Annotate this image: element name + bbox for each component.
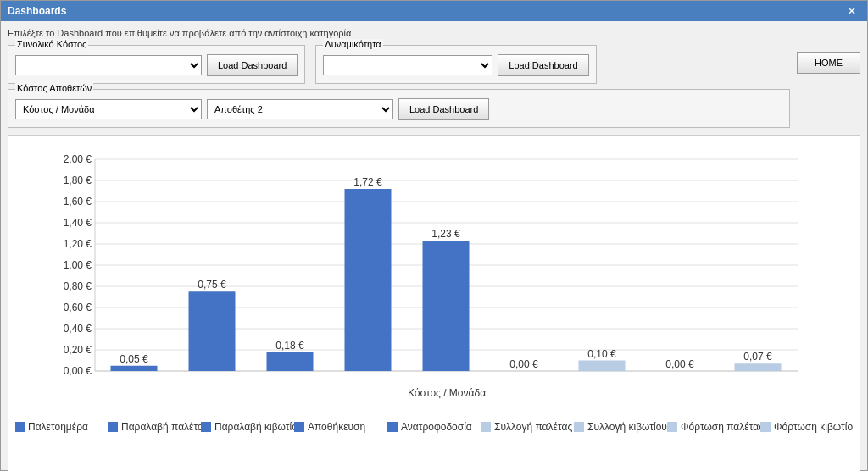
- svg-rect-55: [574, 422, 584, 432]
- warehouse-cost-select1[interactable]: Κόστος / Μονάδα: [15, 99, 202, 119]
- svg-text:0,80 €: 0,80 €: [64, 280, 92, 292]
- instruction-text: Επιλέξτε το Dashboard που επιθυμείτε να …: [8, 28, 860, 38]
- svg-text:1,00 €: 1,00 €: [64, 259, 92, 271]
- svg-text:0,40 €: 0,40 €: [64, 323, 92, 335]
- row1-groups: Συνολικό Κόστος Load Dashboard Δυναμικότ…: [8, 45, 790, 84]
- svg-text:Φόρτωση παλέτας: Φόρτωση παλέτας: [681, 421, 764, 433]
- chart-area: 0,00 €0,20 €0,40 €0,60 €0,80 €1,00 €1,20…: [8, 135, 860, 471]
- svg-rect-43: [15, 422, 25, 432]
- svg-text:1,40 €: 1,40 €: [64, 217, 92, 229]
- main-window: Dashboards ✕ Επιλέξτε το Dashboard που ε…: [0, 0, 868, 471]
- total-cost-row: Load Dashboard: [15, 54, 298, 76]
- svg-rect-32: [423, 241, 470, 371]
- svg-text:0,00 €: 0,00 €: [665, 358, 694, 370]
- svg-rect-24: [111, 366, 158, 371]
- svg-text:0,18 €: 0,18 €: [275, 340, 304, 352]
- svg-rect-28: [267, 352, 314, 372]
- home-section: HOME: [797, 45, 860, 128]
- svg-text:0,75 €: 0,75 €: [198, 279, 226, 291]
- svg-rect-53: [481, 422, 491, 432]
- svg-rect-59: [760, 422, 771, 432]
- svg-text:0,20 €: 0,20 €: [64, 344, 92, 356]
- svg-text:Παλετοημέρα: Παλετοημέρα: [28, 421, 88, 433]
- svg-text:1,80 €: 1,80 €: [64, 175, 92, 186]
- svg-text:1,20 €: 1,20 €: [64, 238, 92, 250]
- svg-text:Αποθήκευση: Αποθήκευση: [308, 421, 365, 433]
- svg-text:Συλλογή παλέτας: Συλλογή παλέτας: [494, 421, 572, 433]
- svg-rect-47: [201, 422, 211, 432]
- svg-text:2,00 €: 2,00 €: [64, 153, 92, 165]
- left-controls: Συνολικό Κόστος Load Dashboard Δυναμικότ…: [8, 45, 790, 128]
- svg-text:Παραλαβή παλέτας: Παραλαβή παλέτας: [121, 421, 209, 433]
- svg-text:1,72 €: 1,72 €: [353, 176, 382, 188]
- svg-rect-30: [345, 189, 392, 371]
- warehouse-cost-label: Κόστος Αποθετών: [15, 83, 93, 93]
- svg-text:Παραλαβή κιβωτίου: Παραλαβή κιβωτίου: [214, 421, 303, 433]
- svg-text:1,23 €: 1,23 €: [431, 228, 460, 240]
- warehouse-cost-group: Κόστος Αποθετών Κόστος / Μονάδα Αποθέτης…: [8, 89, 790, 128]
- total-cost-select[interactable]: [15, 55, 202, 75]
- total-cost-label: Συνολικό Κόστος: [15, 39, 88, 49]
- svg-text:Ανατροφοδοσία: Ανατροφοδοσία: [401, 421, 472, 433]
- svg-text:Φόρτωση κιβωτίου: Φόρτωση κιβωτίου: [774, 421, 853, 433]
- capacity-label: Δυναμικότητα: [323, 39, 382, 49]
- warehouse-cost-select2[interactable]: Αποθέτης 2: [207, 99, 393, 119]
- warehouse-cost-load-btn[interactable]: Load Dashboard: [398, 98, 489, 120]
- title-bar: Dashboards ✕: [1, 1, 867, 21]
- total-cost-group: Συνολικό Κόστος Load Dashboard: [8, 45, 305, 84]
- svg-text:0,00 €: 0,00 €: [509, 358, 538, 370]
- svg-text:1,60 €: 1,60 €: [64, 196, 92, 208]
- svg-text:0,07 €: 0,07 €: [743, 351, 772, 363]
- svg-rect-45: [108, 422, 118, 432]
- total-cost-load-btn[interactable]: Load Dashboard: [207, 54, 298, 76]
- capacity-group: Δυναμικότητα Load Dashboard: [315, 45, 596, 84]
- content-area: Επιλέξτε το Dashboard που επιθυμείτε να …: [1, 21, 867, 471]
- svg-text:0,00 €: 0,00 €: [64, 365, 92, 377]
- svg-rect-36: [579, 361, 626, 372]
- svg-rect-51: [387, 422, 398, 432]
- home-button[interactable]: HOME: [797, 52, 860, 74]
- window-title: Dashboards: [8, 5, 66, 17]
- svg-rect-49: [294, 422, 304, 432]
- capacity-select[interactable]: [323, 55, 492, 75]
- close-button[interactable]: ✕: [843, 4, 860, 18]
- svg-rect-40: [735, 363, 782, 371]
- top-section: Συνολικό Κόστος Load Dashboard Δυναμικότ…: [8, 45, 860, 128]
- capacity-row: Load Dashboard: [323, 54, 588, 76]
- svg-text:Συλλογή κιβωτίου: Συλλογή κιβωτίου: [587, 421, 667, 433]
- svg-text:0,10 €: 0,10 €: [587, 348, 616, 360]
- svg-text:0,05 €: 0,05 €: [120, 353, 148, 365]
- svg-rect-26: [189, 291, 236, 371]
- capacity-load-btn[interactable]: Load Dashboard: [498, 54, 588, 76]
- svg-text:0,60 €: 0,60 €: [64, 302, 92, 313]
- svg-text:Κόστος / Μονάδα: Κόστος / Μονάδα: [408, 387, 486, 399]
- svg-rect-57: [667, 422, 677, 432]
- warehouse-cost-row: Κόστος / Μονάδα Αποθέτης 2 Load Dashboar…: [15, 98, 782, 120]
